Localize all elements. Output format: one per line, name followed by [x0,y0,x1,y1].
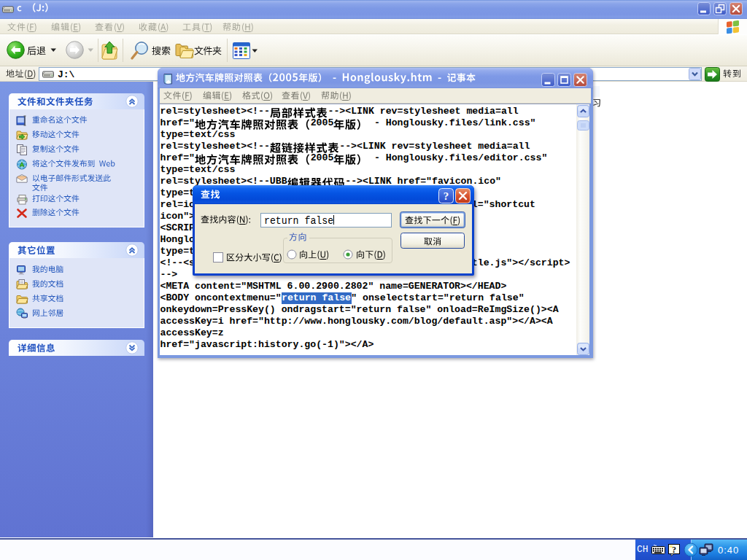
svg-text:?: ? [444,190,449,202]
